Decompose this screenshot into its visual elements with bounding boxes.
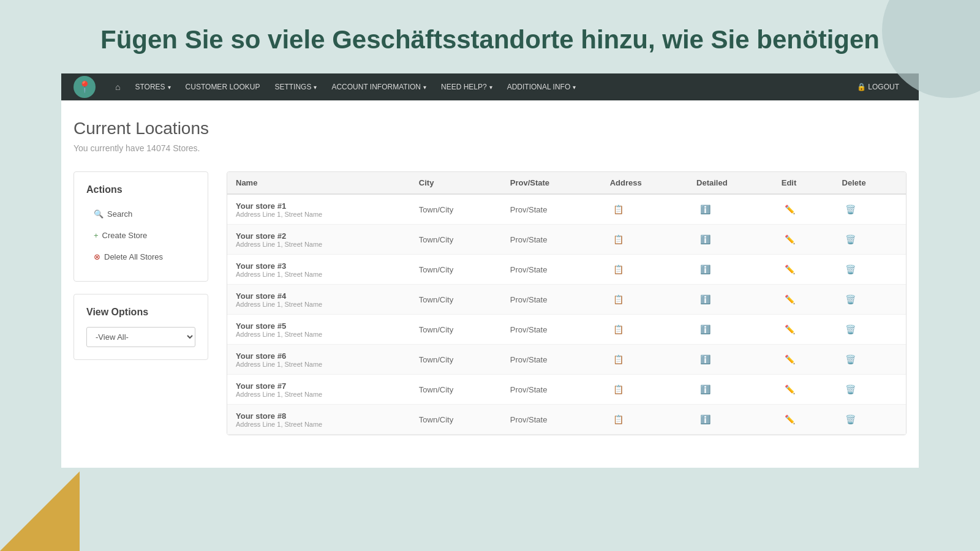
view-options-title: View Options — [86, 307, 195, 318]
address-icon[interactable]: 📋 — [610, 291, 627, 308]
edit-icon[interactable]: ✏️ — [782, 201, 799, 218]
delete-row-icon[interactable]: 🗑️ — [842, 201, 859, 218]
plus-icon: + — [94, 231, 99, 240]
store-prov-cell: Prov/State — [502, 405, 601, 435]
nav-need-help-label: NEED HELP? — [441, 83, 487, 91]
edit-icon[interactable]: ✏️ — [782, 321, 799, 338]
col-detailed: Detailed — [688, 172, 773, 194]
store-name: Your store #4 — [236, 291, 402, 301]
address-icon[interactable]: 📋 — [610, 351, 627, 368]
logo-icon: 📍 — [74, 76, 96, 98]
store-name-cell: Your store #3 Address Line 1, Street Nam… — [227, 255, 410, 285]
store-city-cell: Town/City — [410, 225, 502, 255]
content-columns: Actions 🔍 Search + Create Store ⊗ Delete… — [74, 171, 907, 435]
edit-icon[interactable]: ✏️ — [782, 291, 799, 308]
nav-item-stores[interactable]: STORES ▾ — [127, 73, 178, 100]
store-delete-cell: 🗑️ — [834, 315, 906, 345]
nav-item-settings[interactable]: SETTINGS ▾ — [267, 73, 324, 100]
table-row: Your store #2 Address Line 1, Street Nam… — [227, 225, 906, 255]
store-name: Your store #1 — [236, 201, 402, 211]
col-city: City — [410, 172, 502, 194]
store-address: Address Line 1, Street Name — [236, 301, 402, 308]
page-subtitle: You currently have 14074 Stores. — [74, 143, 907, 153]
address-icon[interactable]: 📋 — [610, 321, 627, 338]
delete-row-icon[interactable]: 🗑️ — [842, 231, 859, 248]
address-icon[interactable]: 📋 — [610, 381, 627, 398]
store-delete-cell: 🗑️ — [834, 194, 906, 225]
nav-item-account-info[interactable]: ACCOUNT INFORMATION ▾ — [324, 73, 434, 100]
delete-row-icon[interactable]: 🗑️ — [842, 411, 859, 428]
edit-icon[interactable]: ✏️ — [782, 261, 799, 278]
table-row: Your store #1 Address Line 1, Street Nam… — [227, 194, 906, 225]
nav-item-need-help[interactable]: NEED HELP? ▾ — [434, 73, 500, 100]
edit-icon[interactable]: ✏️ — [782, 231, 799, 248]
detailed-icon[interactable]: ℹ️ — [696, 231, 714, 248]
logout-button[interactable]: 🔒 LOGOUT — [850, 83, 907, 91]
delete-row-icon[interactable]: 🗑️ — [842, 321, 859, 338]
store-address-icon-cell: 📋 — [601, 405, 688, 435]
detailed-icon[interactable]: ℹ️ — [696, 411, 714, 428]
delete-all-stores-button[interactable]: ⊗ Delete All Stores — [86, 247, 195, 266]
address-icon[interactable]: 📋 — [610, 261, 627, 278]
address-icon[interactable]: 📋 — [610, 201, 627, 218]
delete-row-icon[interactable]: 🗑️ — [842, 381, 859, 398]
store-prov-cell: Prov/State — [502, 255, 601, 285]
delete-all-label: Delete All Stores — [104, 252, 163, 261]
store-city-cell: Town/City — [410, 375, 502, 405]
chevron-down-icon: ▾ — [489, 84, 492, 91]
nav-stores-label: STORES — [135, 83, 165, 91]
store-name-cell: Your store #1 Address Line 1, Street Nam… — [227, 194, 410, 225]
nav-additional-info-label: ADDITIONAL INFO — [507, 83, 571, 91]
store-prov-cell: Prov/State — [502, 285, 601, 315]
nav-item-additional-info[interactable]: ADDITIONAL INFO ▾ — [500, 73, 584, 100]
detailed-icon[interactable]: ℹ️ — [696, 261, 714, 278]
edit-icon[interactable]: ✏️ — [782, 381, 799, 398]
store-prov-cell: Prov/State — [502, 345, 601, 375]
delete-row-icon[interactable]: 🗑️ — [842, 261, 859, 278]
chevron-down-icon: ▾ — [168, 84, 171, 91]
chevron-down-icon: ▾ — [314, 84, 317, 91]
nav-customer-lookup-label: CUSTOMER LOOKUP — [186, 83, 260, 91]
store-city-cell: Town/City — [410, 285, 502, 315]
nav-home-button[interactable]: ⌂ — [108, 82, 127, 92]
store-detailed-cell: ℹ️ — [688, 194, 773, 225]
view-options-select[interactable]: -View All- Active Inactive — [86, 327, 195, 347]
store-prov-cell: Prov/State — [502, 194, 601, 225]
col-prov-state: Prov/State — [502, 172, 601, 194]
delete-row-icon[interactable]: 🗑️ — [842, 291, 859, 308]
store-delete-cell: 🗑️ — [834, 345, 906, 375]
create-store-button[interactable]: + Create Store — [86, 226, 195, 245]
detailed-icon[interactable]: ℹ️ — [696, 291, 714, 308]
store-address: Address Line 1, Street Name — [236, 271, 402, 278]
detailed-icon[interactable]: ℹ️ — [696, 381, 714, 398]
chevron-down-icon: ▾ — [423, 84, 426, 91]
search-button[interactable]: 🔍 Search — [86, 204, 195, 223]
nav-item-customer-lookup[interactable]: CUSTOMER LOOKUP — [178, 73, 268, 100]
store-prov-cell: Prov/State — [502, 315, 601, 345]
store-city-cell: Town/City — [410, 255, 502, 285]
store-address-icon-cell: 📋 — [601, 345, 688, 375]
col-address: Address — [601, 172, 688, 194]
store-edit-cell: ✏️ — [773, 225, 834, 255]
address-icon[interactable]: 📋 — [610, 411, 627, 428]
store-prov-cell: Prov/State — [502, 225, 601, 255]
delete-row-icon[interactable]: 🗑️ — [842, 351, 859, 368]
page-title: Current Locations — [74, 119, 907, 138]
table-row: Your store #8 Address Line 1, Street Nam… — [227, 405, 906, 435]
store-city-cell: Town/City — [410, 345, 502, 375]
detailed-icon[interactable]: ℹ️ — [696, 351, 714, 368]
logout-label: 🔒 LOGOUT — [857, 83, 899, 91]
store-delete-cell: 🗑️ — [834, 285, 906, 315]
detailed-icon[interactable]: ℹ️ — [696, 201, 714, 218]
store-detailed-cell: ℹ️ — [688, 285, 773, 315]
nav-logo[interactable]: 📍 — [74, 76, 96, 98]
table-header-row: Name City Prov/State Address Detailed Ed… — [227, 172, 906, 194]
address-icon[interactable]: 📋 — [610, 231, 627, 248]
store-city-cell: Town/City — [410, 315, 502, 345]
detailed-icon[interactable]: ℹ️ — [696, 321, 714, 338]
col-name: Name — [227, 172, 410, 194]
edit-icon[interactable]: ✏️ — [782, 411, 799, 428]
edit-icon[interactable]: ✏️ — [782, 351, 799, 368]
store-address: Address Line 1, Street Name — [236, 211, 402, 218]
store-detailed-cell: ℹ️ — [688, 225, 773, 255]
